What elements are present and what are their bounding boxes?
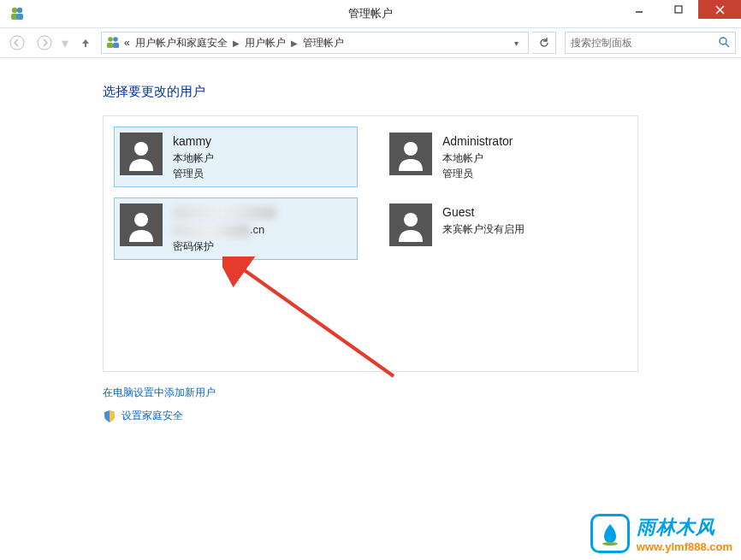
- account-list: kammy 本地帐户 管理员 Administrator 本地帐户 管理员 .c…: [103, 115, 638, 372]
- titlebar: 管理帐户: [0, 0, 741, 27]
- watermark: 雨林木风 www.ylmf888.com: [590, 514, 732, 553]
- svg-rect-3: [16, 14, 23, 20]
- account-role: 管理员: [173, 166, 214, 181]
- page-heading: 选择要更改的用户: [103, 84, 638, 100]
- avatar-icon: [389, 203, 432, 246]
- account-name: [173, 203, 276, 221]
- search-box[interactable]: [565, 32, 736, 54]
- address-bar[interactable]: « 用户帐户和家庭安全 ▶ 用户帐户 ▶ 管理帐户 ▾: [101, 32, 529, 54]
- breadcrumb-item[interactable]: 管理帐户: [303, 36, 344, 50]
- account-status: 密码保护: [173, 239, 276, 254]
- chevron-right-icon: ▶: [233, 38, 240, 48]
- chevron-right-icon: ▶: [291, 38, 298, 48]
- account-info: .cn 密码保护: [173, 203, 276, 254]
- app-icon: [9, 5, 26, 22]
- svg-rect-12: [107, 43, 113, 48]
- watermark-text: 雨林木风: [637, 515, 732, 540]
- svg-point-16: [134, 142, 148, 156]
- account-item-kammy[interactable]: kammy 本地帐户 管理员: [114, 127, 358, 187]
- svg-point-18: [134, 213, 148, 227]
- svg-point-9: [38, 36, 51, 50]
- up-button[interactable]: [74, 31, 98, 55]
- content: 选择要更改的用户 kammy 本地帐户 管理员 Administrator 本地…: [0, 58, 741, 423]
- svg-point-8: [10, 36, 24, 50]
- breadcrumb-item[interactable]: 用户帐户: [245, 36, 286, 50]
- account-info: Guest 来宾帐户没有启用: [442, 203, 525, 237]
- account-name: kammy: [173, 133, 214, 150]
- nav-dropdown-icon[interactable]: ▾: [62, 35, 68, 51]
- address-dropdown-icon[interactable]: ▾: [507, 38, 525, 48]
- action-links: 在电脑设置中添加新用户 设置家庭安全: [103, 386, 638, 423]
- account-role: 管理员: [442, 166, 513, 181]
- account-info: kammy 本地帐户 管理员: [173, 133, 214, 181]
- account-type: 本地帐户: [442, 150, 513, 166]
- account-name: Guest: [442, 203, 525, 221]
- account-info: Administrator 本地帐户 管理员: [442, 133, 513, 181]
- svg-line-15: [726, 44, 729, 47]
- refresh-button[interactable]: [532, 32, 556, 54]
- users-icon: [105, 35, 121, 50]
- search-input[interactable]: [571, 37, 718, 49]
- avatar-icon: [389, 133, 432, 175]
- account-type: 本地帐户: [173, 150, 214, 166]
- account-item-redacted[interactable]: .cn 密码保护: [114, 197, 358, 260]
- redacted-text: [173, 225, 250, 237]
- svg-point-10: [108, 37, 113, 42]
- avatar-icon: [120, 203, 163, 246]
- svg-rect-13: [113, 43, 119, 48]
- redacted-text: [173, 207, 276, 219]
- svg-point-19: [404, 213, 418, 227]
- account-item-administrator[interactable]: Administrator 本地帐户 管理员: [383, 127, 627, 187]
- svg-rect-5: [675, 6, 682, 13]
- family-safety-link[interactable]: 设置家庭安全: [103, 409, 638, 423]
- breadcrumb-prefix: «: [124, 37, 130, 49]
- shield-icon: [103, 410, 116, 423]
- watermark-url: www.ylmf888.com: [637, 540, 732, 553]
- svg-point-1: [17, 8, 22, 13]
- close-button[interactable]: [698, 0, 741, 19]
- account-email: .cn: [173, 221, 276, 239]
- watermark-logo-icon: [590, 514, 630, 553]
- account-name: Administrator: [442, 133, 513, 150]
- minimize-button[interactable]: [619, 0, 659, 19]
- svg-point-14: [720, 38, 726, 44]
- account-item-guest[interactable]: Guest 来宾帐户没有启用: [383, 197, 627, 260]
- breadcrumb-item[interactable]: 用户帐户和家庭安全: [135, 36, 228, 50]
- svg-point-0: [12, 8, 17, 13]
- maximize-button[interactable]: [659, 0, 698, 19]
- svg-point-11: [113, 37, 118, 42]
- window-title: 管理帐户: [348, 6, 393, 21]
- add-user-link[interactable]: 在电脑设置中添加新用户: [103, 386, 638, 400]
- svg-point-17: [404, 142, 418, 156]
- svg-point-21: [602, 542, 618, 545]
- navbar: ▾ « 用户帐户和家庭安全 ▶ 用户帐户 ▶ 管理帐户 ▾: [0, 27, 741, 58]
- search-icon[interactable]: [718, 36, 730, 50]
- window-controls: [619, 0, 741, 27]
- back-button[interactable]: [5, 31, 29, 55]
- avatar-icon: [120, 133, 163, 175]
- forward-button[interactable]: [33, 31, 56, 55]
- account-status: 来宾帐户没有启用: [442, 221, 525, 237]
